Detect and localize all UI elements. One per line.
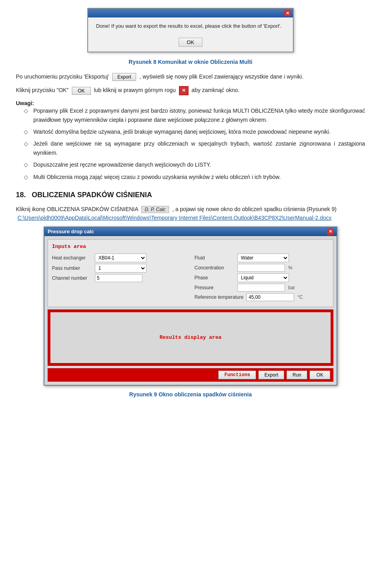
export-inline-button[interactable]: Export — [112, 73, 137, 81]
pd-inputs-grid: Heat exchanger XB04-1 Pass number 1 Chan… — [52, 254, 329, 303]
section18-middle: , a pojawi się nowe okno do obliczeń spa… — [172, 206, 337, 212]
pd-unit-pressure: bar — [288, 285, 295, 290]
para1: Po uruchomieniu przycisku 'Eksportuj' Ex… — [16, 72, 365, 81]
figure9-caption: Rysunek 9 Okno obliczenia spadków ciśnie… — [16, 391, 365, 398]
section-title: OBLICZENIA SPADKÓW CIŚNIENIA — [32, 191, 152, 199]
para1-suffix: , wyświetli się nowy plik Excel zawieraj… — [139, 73, 303, 80]
uwagi-list: Poprawny plik Excel z poprawnymi danymi … — [16, 106, 365, 181]
pd-label-ref-temp: Reference temperature — [194, 294, 243, 300]
dialog-message: Done! If you want to export the results … — [96, 23, 281, 29]
para2-suffix: aby zamknąć okno. — [192, 87, 240, 93]
pd-row-pressure: Pressure bar — [194, 284, 329, 292]
dialog-ok-button[interactable]: OK — [179, 38, 202, 47]
list-item: Dopuszczalne jest ręczne wprowadzenie da… — [24, 160, 365, 169]
pd-right-column: Fluid Water Concentration % Phase Liquid — [194, 254, 329, 303]
pd-select-heat-exchanger[interactable]: XB04-1 — [95, 254, 146, 262]
section18-heading: 18. OBLICZENIA SPADKÓW CIŚNIENIA — [16, 191, 365, 199]
pd-label-pass-number: Pass number — [52, 265, 92, 271]
pd-row-fluid: Fluid Water — [194, 254, 329, 262]
pd-row-ref-temp: Reference temperature °C — [194, 293, 329, 301]
pd-ok-button[interactable]: OK — [310, 371, 330, 379]
para2-middle: lub kliknij w prawym górnym rogu — [94, 87, 176, 93]
pd-unit-concentration: % — [288, 265, 292, 271]
dialog-body: Done! If you want to export the results … — [88, 17, 293, 35]
close-x-inline[interactable]: ✕ — [179, 86, 189, 95]
list-item: Jeżeli dane wejściowe nie są wymagane pr… — [24, 139, 365, 157]
pd-label-fluid: Fluid — [194, 255, 234, 261]
dialog-titlebar: ✕ — [88, 9, 293, 17]
pd-input-concentration[interactable] — [237, 264, 285, 272]
pd-select-pass-number[interactable]: 1 — [95, 264, 146, 273]
dialog-footer: OK — [88, 35, 293, 52]
pd-results-label: Results display area — [160, 334, 221, 340]
pd-titlebar: Pressure drop calc ✕ — [44, 227, 337, 236]
pd-footer: Functions Export Run OK — [48, 368, 333, 382]
pd-input-ref-temp[interactable] — [246, 293, 294, 301]
uwagi-section: Uwagi: Poprawny plik Excel z poprawnymi … — [16, 100, 365, 181]
pd-row-heat-exchanger: Heat exchanger XB04-1 — [52, 254, 187, 262]
dialog-close-button[interactable]: ✕ — [284, 10, 291, 16]
pd-select-fluid[interactable]: Water — [237, 254, 289, 262]
pd-body: Inputs area Heat exchanger XB04-1 Pass n… — [44, 236, 337, 385]
section18-intro: Kliknij ikonę OBLICZENIA SPADKÓW CIŚNIEN… — [16, 205, 365, 223]
pd-input-channel-number[interactable] — [95, 274, 142, 282]
list-item: Poprawny plik Excel z poprawnymi danymi … — [24, 106, 365, 124]
figure8-caption: Rysunek 8 Komunikat w oknie Obliczenia M… — [16, 59, 365, 65]
section-number: 18. — [16, 191, 26, 199]
pressure-drop-window: Pressure drop calc ✕ Inputs area Heat ex… — [44, 227, 337, 386]
pd-row-channel-number: Channel number — [52, 274, 187, 282]
pd-inputs-section: Inputs area Heat exchanger XB04-1 Pass n… — [48, 239, 333, 307]
dialog-container: ✕ Done! If you want to export the result… — [16, 8, 365, 52]
ok-inline-button[interactable]: OK — [72, 87, 91, 95]
pd-select-phase[interactable]: Liquid — [237, 273, 289, 282]
pd-results-inner: Results display area — [50, 312, 331, 363]
uwagi-label: Uwagi: — [16, 100, 34, 106]
pd-close-button[interactable]: ✕ — [327, 229, 333, 235]
pd-label-phase: Phase — [194, 275, 234, 281]
list-item: Multi Obliczenia mogą zająć więcej czasu… — [24, 173, 365, 181]
pd-row-pass-number: Pass number 1 — [52, 264, 187, 273]
pd-inputs-header: Inputs area — [52, 244, 329, 250]
pd-title: Pressure drop calc — [48, 229, 94, 234]
pd-results-section: Results display area — [48, 309, 333, 366]
pd-export-button[interactable]: Export — [258, 371, 284, 379]
pd-functions-button[interactable]: Functions — [218, 371, 256, 379]
section18-prefix: Kliknij ikonę OBLICZENIA SPADKÓW CIŚNIEN… — [16, 206, 138, 212]
pd-row-concentration: Concentration % — [194, 264, 329, 272]
pd-unit-ref-temp: °C — [297, 294, 302, 300]
pd-label-pressure: Pressure — [194, 285, 234, 290]
para1-prefix: Po uruchomieniu przycisku 'Eksportuj' — [16, 73, 109, 80]
dialog-box: ✕ Done! If you want to export the result… — [87, 8, 294, 52]
pd-left-column: Heat exchanger XB04-1 Pass number 1 Chan… — [52, 254, 187, 303]
section18-link[interactable]: C:\Users\pldh0009\AppData\Local\Microsof… — [17, 215, 331, 221]
pd-label-heat-exchanger: Heat exchanger — [52, 255, 92, 261]
pd-input-pressure[interactable] — [237, 284, 285, 292]
dp-calc-icon: D. P. Calc — [141, 206, 169, 213]
para2: Kliknij przycisku "OK" OK lub kliknij w … — [16, 86, 365, 95]
pd-run-button[interactable]: Run — [287, 371, 307, 379]
pd-row-phase: Phase Liquid — [194, 273, 329, 282]
para2-prefix: Kliknij przycisku "OK" — [16, 87, 69, 93]
pd-label-channel-number: Channel number — [52, 275, 92, 281]
list-item: Wartość domyślna będzie używana, jeśli b… — [24, 127, 365, 136]
pd-label-concentration: Concentration — [194, 265, 234, 271]
